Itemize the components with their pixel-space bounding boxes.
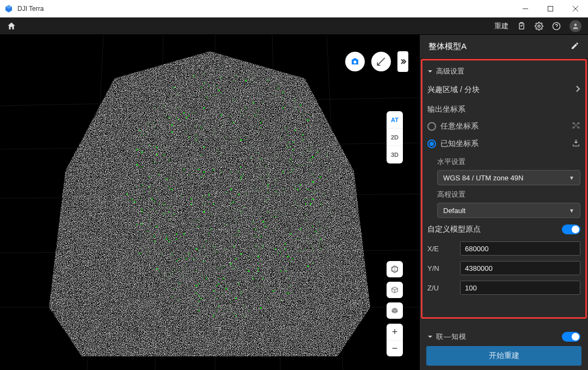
truncated-section[interactable]: 联⁠⁠⁠⁠—⁠知⁠模: [420, 329, 588, 342]
advanced-settings-label: 高级设置: [436, 66, 464, 76]
svg-point-10: [353, 60, 356, 63]
chevron-down-icon: [427, 69, 433, 74]
zoom-out-button[interactable]: −: [387, 340, 403, 356]
output-cs-label: 输出坐标系: [427, 100, 580, 118]
window-minimize-button[interactable]: [513, 0, 538, 17]
start-rebuild-label: 开始重建: [489, 351, 519, 361]
svg-point-14: [578, 127, 579, 129]
known-cs-radio[interactable]: [427, 139, 436, 148]
measure-button[interactable]: [371, 52, 391, 71]
import-cs-icon[interactable]: [572, 138, 580, 149]
viewport-3d[interactable]: AT 2D 3D + −: [0, 35, 419, 370]
home-button[interactable]: [7, 21, 16, 31]
box-outline-button[interactable]: [387, 282, 403, 298]
panel-title: 整体模型A: [428, 41, 467, 52]
properties-panel: 整体模型A 高级设置 兴趣区域 / 分块 输出坐标系 任意坐标系: [419, 35, 588, 370]
view-mode-switch: AT 2D 3D: [387, 111, 403, 163]
horizontal-select[interactable]: WGS 84 / UTM zone 49N ▼: [437, 170, 580, 185]
app-toolbar: 重建: [0, 17, 588, 35]
user-avatar[interactable]: [569, 20, 581, 32]
custom-origin-label: 自定义模型原点: [427, 225, 481, 234]
yn-label: Y/N: [427, 264, 449, 272]
zu-input[interactable]: [460, 281, 580, 295]
chevron-right-icon: [575, 85, 580, 95]
xe-label: X/E: [427, 245, 449, 253]
svg-point-13: [573, 127, 574, 129]
xe-input[interactable]: [460, 241, 580, 256]
zoom-in-button[interactable]: +: [387, 324, 403, 340]
custom-origin-toggle[interactable]: [562, 225, 580, 234]
app-title: DJI Terra: [17, 5, 44, 13]
roi-label: 兴趣区域 / 分块: [427, 85, 480, 95]
advanced-settings-header[interactable]: 高级设置: [427, 63, 580, 80]
svg-point-2: [538, 25, 540, 27]
window-close-button[interactable]: [563, 0, 588, 17]
elevation-label: 高程设置: [437, 185, 580, 203]
svg-point-4: [574, 23, 577, 26]
rebuild-link[interactable]: 重建: [494, 21, 509, 31]
help-icon[interactable]: [552, 22, 561, 31]
caret-down-icon: ▼: [569, 208, 574, 214]
chevron-down-icon: [427, 334, 433, 339]
arbitrary-cs-label: 任意坐标系: [440, 122, 479, 131]
horizontal-value: WGS 84 / UTM zone 49N: [443, 174, 523, 182]
truncated-toggle[interactable]: [562, 332, 580, 342]
window-titlebar: DJI Terra: [0, 0, 588, 17]
svg-point-11: [573, 123, 574, 124]
yn-input[interactable]: [460, 261, 580, 275]
known-cs-label: 已知坐标系: [440, 139, 479, 149]
window-maximize-button[interactable]: [538, 0, 563, 17]
view-mode-2d[interactable]: 2D: [387, 129, 403, 146]
drone-icon[interactable]: [572, 121, 580, 132]
arbitrary-cs-radio[interactable]: [427, 122, 436, 131]
zu-label: Z/U: [427, 284, 449, 292]
horizontal-label: 水平设置: [437, 153, 580, 170]
svg-rect-0: [548, 7, 553, 11]
view-mode-3d[interactable]: 3D: [387, 146, 403, 163]
app-logo: [4, 4, 13, 13]
svg-point-12: [578, 123, 579, 124]
box-solid-button[interactable]: [387, 302, 403, 319]
edit-title-button[interactable]: [571, 41, 579, 52]
elevation-select[interactable]: Default ▼: [437, 203, 580, 218]
elevation-value: Default: [443, 207, 465, 215]
roi-row[interactable]: 兴趣区域 / 分块: [427, 80, 580, 100]
view-mode-at[interactable]: AT: [387, 111, 403, 129]
caret-down-icon: ▼: [569, 175, 574, 181]
settings-icon[interactable]: [535, 22, 543, 31]
start-rebuild-button[interactable]: 开始重建: [426, 346, 581, 366]
point-cloud: [0, 35, 419, 370]
snapshot-button[interactable]: [345, 52, 365, 71]
truncated-label: 联⁠⁠⁠⁠—⁠知⁠模: [436, 332, 467, 342]
panel-collapse-button[interactable]: [397, 51, 408, 72]
orbit-view-button[interactable]: [387, 261, 403, 277]
clipboard-icon[interactable]: [517, 22, 526, 31]
